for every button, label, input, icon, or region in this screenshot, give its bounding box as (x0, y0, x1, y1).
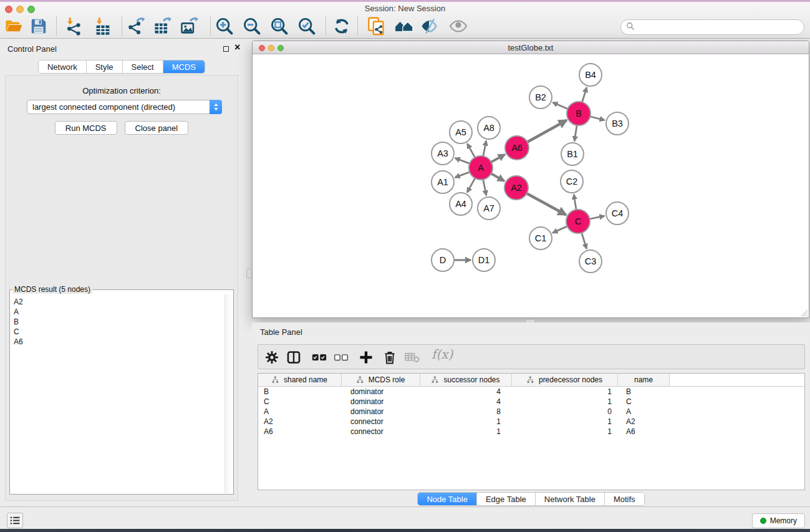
gear-icon[interactable] (264, 349, 280, 365)
table-cell: 1 (420, 417, 512, 427)
home-icon[interactable] (393, 16, 415, 37)
table-row[interactable]: Cdominator41C (258, 397, 804, 407)
tab-node-table[interactable]: Node Table (418, 493, 477, 505)
columns-icon[interactable] (286, 349, 302, 365)
table-row[interactable]: Adominator80A (258, 407, 804, 417)
graph-node-label: D (440, 255, 446, 265)
deselect-all-icon[interactable] (333, 349, 349, 365)
table-body: Bdominator41BCdominator41CAdominator80AA… (258, 387, 804, 437)
task-history-button[interactable] (7, 513, 23, 528)
tab-network[interactable]: Network (39, 60, 87, 73)
table-cell: 1 (420, 427, 512, 437)
eye-icon[interactable] (448, 16, 469, 37)
zoom-out-icon[interactable] (241, 16, 263, 37)
export-image-icon[interactable] (178, 16, 200, 37)
open-session-icon[interactable] (3, 16, 24, 37)
graph-node-label: A7 (483, 203, 494, 213)
refresh-layout-icon[interactable] (331, 16, 352, 37)
table-cell: 0 (512, 407, 618, 417)
network-graph[interactable]: AA1A2A3A4A5A6A7A8BB1B2B3B4CC1C2C3C4DD1 (253, 54, 809, 317)
column-header-name[interactable]: name (618, 374, 670, 386)
zoom-in-icon[interactable] (214, 16, 235, 37)
column-header-MCDS-role[interactable]: MCDS role (342, 374, 420, 386)
close-panel-button[interactable]: Close panel (125, 121, 189, 135)
mcds-result-item[interactable]: A2 (14, 297, 224, 307)
optimization-select[interactable]: largest connected component (directed) (27, 100, 222, 114)
import-network-icon[interactable] (63, 16, 84, 37)
graph-node-label: C4 (612, 208, 624, 218)
delete-column-icon[interactable] (382, 349, 398, 365)
export-network-icon[interactable] (125, 16, 147, 37)
add-column-icon[interactable] (358, 349, 374, 365)
tab-group: NetworkStyleSelectMCDS (38, 60, 205, 74)
graph-node-label: B1 (567, 149, 578, 159)
import-table-icon[interactable] (92, 16, 113, 37)
mcds-result-item[interactable]: C (14, 327, 224, 337)
tab-mcds[interactable]: MCDS (163, 60, 205, 73)
tab-network-table[interactable]: Network Table (536, 493, 605, 505)
graph-node-label: B2 (535, 92, 546, 102)
zoom-fit-icon[interactable] (269, 16, 290, 37)
export-table-icon[interactable] (152, 16, 173, 37)
tab-edge-table[interactable]: Edge Table (477, 493, 536, 505)
column-header-predecessor-nodes[interactable]: predecessor nodes (512, 374, 618, 386)
graph-node-label: C3 (585, 256, 597, 266)
table-cell: 4 (420, 387, 512, 397)
run-mcds-button[interactable]: Run MCDS (55, 121, 117, 135)
graphics-details-icon[interactable] (418, 16, 440, 37)
mcds-result-item[interactable]: A (14, 307, 224, 317)
mcds-result-title: MCDS result (5 nodes) (12, 285, 92, 294)
column-tree-icon (272, 376, 279, 384)
table-row[interactable]: Bdominator41B (258, 387, 804, 397)
network-window-title: testGlobe.txt (253, 43, 809, 52)
column-header-shared-name[interactable]: shared name (258, 374, 342, 386)
save-session-icon[interactable] (28, 16, 49, 37)
table-cell: A (618, 407, 670, 417)
tab-style[interactable]: Style (87, 60, 123, 73)
float-panel-icon[interactable] (223, 46, 229, 52)
search-box[interactable] (620, 19, 804, 35)
mcds-result-item[interactable]: A6 (14, 337, 224, 347)
graph-node-label: C1 (535, 233, 547, 243)
toolbar-separator (210, 17, 211, 36)
zoom-selected-icon[interactable] (296, 16, 317, 37)
window-chrome: Session: New Session (0, 2, 810, 39)
graph-node-label: A1 (437, 177, 448, 187)
memory-button[interactable]: Memory (752, 513, 805, 528)
tab-select[interactable]: Select (123, 60, 163, 73)
table-cell: A6 (258, 427, 342, 437)
result-scrollbar[interactable] (224, 294, 233, 493)
network-canvas[interactable]: AA1A2A3A4A5A6A7A8BB1B2B3B4CC1C2C3C4DD1 (253, 54, 809, 317)
mcds-result-item[interactable]: B (14, 317, 224, 327)
copy-network-icon[interactable] (366, 16, 387, 37)
graph-node-label: C2 (566, 177, 578, 186)
table-cell: A6 (618, 427, 670, 437)
resize-grip-icon[interactable] (799, 308, 808, 317)
toolbar-separator (357, 17, 358, 36)
column-header-successor-nodes[interactable]: successor nodes (420, 374, 512, 386)
graph-node-label: A2 (511, 183, 522, 193)
vertical-split-handle[interactable] (246, 269, 251, 278)
graph-node-label: D1 (478, 255, 490, 265)
function-builder-button[interactable]: f(x) (432, 347, 453, 362)
toolbar-separator (56, 17, 57, 36)
search-icon (626, 22, 635, 33)
mcds-result-list[interactable]: A2ABCA6 (11, 295, 224, 493)
table-row[interactable]: A2connector11A2 (258, 417, 804, 427)
table-cell: connector (342, 427, 420, 437)
select-all-icon[interactable] (311, 349, 327, 365)
memory-status-icon (760, 518, 766, 524)
node-table[interactable]: shared nameMCDS rolesuccessor nodesprede… (258, 373, 805, 490)
search-input[interactable] (637, 21, 804, 34)
delete-table-icon[interactable] (404, 349, 420, 365)
table-panel: Table Panel × f(x) shared nameMCDS roles… (252, 322, 810, 506)
column-tree-icon (357, 376, 364, 384)
application-window: Session: New Session Control Panel × Net… (0, 0, 810, 532)
column-tree-icon (527, 376, 534, 384)
control-panel-tabs: NetworkStyleSelectMCDS (0, 60, 243, 74)
window-titlebar[interactable]: Session: New Session (0, 2, 810, 14)
close-panel-icon[interactable]: × (234, 42, 240, 53)
table-row[interactable]: A6connector11A6 (258, 427, 804, 437)
network-window-titlebar[interactable]: testGlobe.txt (253, 41, 809, 54)
tab-motifs[interactable]: Motifs (605, 493, 644, 505)
